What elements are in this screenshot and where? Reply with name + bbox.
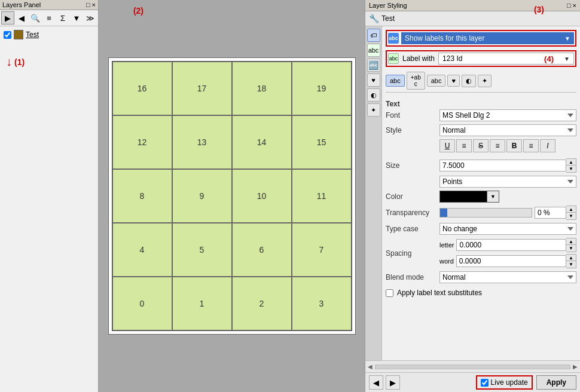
styling-close-btn[interactable]: ×	[573, 2, 576, 9]
unit-control: Points Pixels Millimeters	[439, 176, 576, 188]
styling-main-area: 🏷 abc 🔤 ♥ ◐ ✦ abc Show labels for this l…	[365, 26, 580, 360]
grid-cell-8: 8	[112, 169, 172, 223]
style-control: Normal Bold Italic	[439, 124, 576, 136]
word-down-btn[interactable]: ▼	[566, 261, 576, 268]
type-case-select[interactable]: No change All uppercase All lowercase	[439, 223, 576, 235]
transparency-input[interactable]	[535, 207, 566, 219]
grid-cell-14: 14	[232, 115, 292, 169]
styling-layer-name-row: 🔧 Test	[365, 11, 580, 26]
layer-name-label[interactable]: Test	[26, 30, 39, 39]
word-spin: ▲ ▼	[456, 254, 576, 268]
grid-cell-12: 12	[112, 115, 172, 169]
layers-toolbar-btn-0[interactable]: ▶	[1, 11, 14, 24]
float-btn[interactable]: □	[86, 1, 90, 8]
layers-list: Test	[0, 26, 98, 43]
sidebar-shadow-btn[interactable]: ◐	[367, 88, 380, 102]
color-picker[interactable]	[439, 191, 487, 203]
type-case-control: No change All uppercase All lowercase	[439, 223, 576, 235]
sidebar-buffer-btn[interactable]: ♥	[367, 74, 380, 87]
blend-mode-select[interactable]: Normal Multiply Screen	[439, 271, 576, 283]
letter-label: letter	[439, 241, 454, 249]
annotation-1-label: (1)	[14, 57, 25, 67]
layers-toolbar-btn-5[interactable]: ▼	[70, 11, 83, 24]
transparency-slider[interactable]	[439, 208, 532, 218]
tab-half[interactable]: ◐	[462, 75, 476, 87]
font-select[interactable]: MS Shell Dlg 2	[439, 109, 576, 121]
apply-btn[interactable]: Apply	[536, 375, 576, 390]
back-btn[interactable]: ◀	[369, 375, 383, 390]
show-labels-text: Show labels for this layer	[405, 34, 484, 42]
annotation-4: (4)	[544, 54, 554, 63]
layers-toolbar-btn-4[interactable]: Σ	[56, 11, 69, 24]
transparency-down-btn[interactable]: ▼	[566, 213, 576, 219]
sidebar-format-btn[interactable]: 🔤	[367, 59, 380, 72]
styling-float-btn[interactable]: □	[567, 2, 571, 9]
tab-ab-up[interactable]: +abc	[407, 72, 425, 90]
transparency-label: Transparency	[386, 209, 439, 217]
forward-btn[interactable]: ▶	[386, 375, 400, 390]
bold-btn[interactable]: B	[506, 139, 522, 152]
layers-toolbar-btn-6[interactable]: ≫	[84, 11, 97, 24]
sidebar-background-btn[interactable]: ✦	[367, 103, 380, 117]
size-down-btn[interactable]: ▼	[566, 166, 576, 172]
apply-substitutes-checkbox[interactable]	[386, 289, 393, 297]
show-labels-dropdown[interactable]: Show labels for this layer ▼	[401, 32, 574, 44]
blend-mode-control: Normal Multiply Screen	[439, 271, 576, 283]
blend-mode-row: Blend mode Normal Multiply Screen	[386, 271, 576, 283]
styling-content: abc Show labels for this layer ▼ abc Lab…	[382, 26, 580, 360]
letter-spacing-btn[interactable]: ≡	[523, 139, 539, 152]
tab-abc[interactable]: abc	[386, 75, 405, 87]
size-input[interactable]	[439, 160, 566, 172]
style-select[interactable]: Normal Bold Italic	[439, 124, 576, 136]
scroll-track[interactable]	[375, 365, 570, 369]
transparency-up-btn[interactable]: ▲	[566, 206, 576, 213]
letter-down-btn[interactable]: ▼	[566, 245, 576, 252]
strikeout-btn[interactable]: S	[473, 139, 489, 152]
tabs-row: abc +abc abc ♥ ◐ ✦	[386, 72, 576, 93]
show-labels-icon: abc	[388, 33, 399, 44]
letter-input[interactable]	[456, 239, 566, 251]
scroll-left-btn[interactable]: ◀	[368, 363, 373, 370]
italic-btn[interactable]: I	[540, 139, 555, 152]
unit-select[interactable]: Points Pixels Millimeters	[439, 176, 576, 188]
layers-toolbar-btn-1[interactable]: ◀	[15, 11, 28, 24]
styling-sidebar: 🏷 abc 🔤 ♥ ◐ ✦	[365, 26, 382, 360]
layers-toolbar-btn-2[interactable]: 🔍	[29, 11, 42, 24]
grid-cell-11: 11	[292, 169, 352, 223]
scroll-right-btn[interactable]: ▶	[573, 363, 578, 370]
color-dropdown-btn[interactable]: ▼	[487, 191, 499, 203]
word-up-btn[interactable]: ▲	[566, 255, 576, 261]
layers-toolbar: ▶ ◀ 🔍 ≡ Σ ▼ ≫	[0, 10, 98, 26]
size-up-btn[interactable]: ▲	[566, 159, 576, 166]
grid-cell-9: 9	[172, 169, 232, 223]
grid-cell-3: 3	[292, 277, 352, 330]
word-spacing-row: word ▲ ▼	[439, 254, 576, 268]
type-case-label: Type case	[386, 225, 439, 233]
action-left: ◀ ▶	[369, 375, 400, 390]
close-btn[interactable]: ×	[92, 1, 96, 8]
sidebar-abc-btn[interactable]: abc	[367, 44, 380, 57]
grid-cell-15: 15	[292, 115, 352, 169]
label-with-value: 123 Id	[442, 54, 462, 63]
layer-visibility-checkbox[interactable]	[4, 31, 11, 39]
main-canvas: (2) 16 17 18 19 12 13 14 15 8 9 10 11 4 …	[99, 0, 365, 392]
style-label: Style	[386, 126, 439, 134]
underline-btn[interactable]: U	[439, 139, 455, 152]
grid-cell-10: 10	[232, 169, 292, 223]
live-update-checkbox[interactable]	[481, 379, 489, 387]
word-spacing-btn[interactable]: ≡	[490, 139, 505, 152]
blend-mode-label: Blend mode	[386, 273, 439, 281]
styling-titlebar: Layer Styling (3) □ ×	[365, 0, 580, 11]
grid-cell-13: 13	[172, 115, 232, 169]
grid-cell-4: 4	[112, 223, 172, 277]
layers-toolbar-btn-3[interactable]: ≡	[42, 11, 56, 24]
sidebar-labels-btn[interactable]: 🏷	[367, 29, 380, 42]
grid-cell-5: 5	[172, 223, 232, 277]
letter-up-btn[interactable]: ▲	[566, 238, 576, 245]
strikethrough-btn[interactable]: ≡	[456, 139, 472, 152]
tab-abc2[interactable]: abc	[427, 75, 446, 87]
word-input[interactable]	[456, 255, 566, 267]
tab-heart[interactable]: ♥	[447, 75, 460, 87]
tab-star[interactable]: ✦	[478, 75, 492, 87]
layer-icon	[14, 30, 23, 39]
